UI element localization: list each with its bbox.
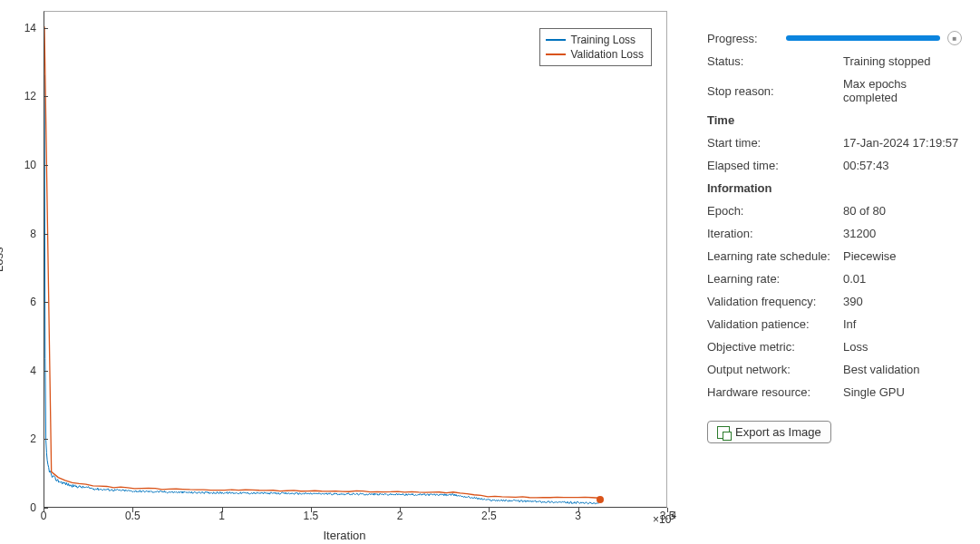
val-pat-row: Validation patience: Inf <box>707 317 962 331</box>
export-icon <box>717 426 730 439</box>
start-time-value: 17-Jan-2024 17:19:57 <box>843 136 962 150</box>
elapsed-label: Elapsed time: <box>707 159 843 172</box>
y-tick-label: 10 <box>0 159 36 171</box>
hw-label: Hardware resource: <box>707 385 843 399</box>
iteration-value: 31200 <box>843 227 962 240</box>
lr-row: Learning rate: 0.01 <box>707 272 962 286</box>
chart-panel: Loss Training Loss Validation Loss Itera… <box>0 0 689 544</box>
legend-item: Training Loss <box>546 33 645 47</box>
x-axis-label: Iteration <box>324 529 366 542</box>
legend-label: Training Loss <box>571 33 636 47</box>
progress-label: Progress: <box>707 32 786 45</box>
elapsed-row: Elapsed time: 00:57:43 <box>707 159 962 172</box>
obj-metric-label: Objective metric: <box>707 340 843 354</box>
status-value: Training stopped <box>843 54 962 68</box>
epoch-label: Epoch: <box>707 204 843 218</box>
legend-swatch <box>546 39 566 41</box>
info-panel: Progress: ■ Status: Training stopped Sto… <box>689 0 980 544</box>
val-pat-value: Inf <box>843 317 962 331</box>
y-tick-label: 0 <box>0 501 36 514</box>
legend-label: Validation Loss <box>571 47 645 62</box>
legend: Training Loss Validation Loss <box>539 28 653 66</box>
lr-label: Learning rate: <box>707 272 843 286</box>
y-tick-label: 12 <box>0 90 36 102</box>
status-row: Status: Training stopped <box>707 54 962 68</box>
val-freq-value: 390 <box>843 295 962 308</box>
stop-reason-value: Max epochs completed <box>843 77 962 104</box>
elapsed-value: 00:57:43 <box>843 159 962 172</box>
export-label: Export as Image <box>735 425 821 439</box>
y-tick-label: 4 <box>0 364 36 377</box>
out-net-label: Output network: <box>707 363 843 376</box>
progress-bar <box>786 35 940 41</box>
legend-item: Validation Loss <box>546 47 645 62</box>
hw-row: Hardware resource: Single GPU <box>707 385 962 399</box>
obj-metric-value: Loss <box>843 340 962 354</box>
start-time-row: Start time: 17-Jan-2024 17:19:57 <box>707 136 962 150</box>
epoch-value: 80 of 80 <box>843 204 962 218</box>
stop-button[interactable]: ■ <box>947 31 962 45</box>
obj-metric-row: Objective metric: Loss <box>707 340 962 354</box>
val-pat-label: Validation patience: <box>707 317 843 331</box>
out-net-row: Output network: Best validation <box>707 363 962 376</box>
final-validation-marker <box>597 496 604 503</box>
progress-wrap: ■ <box>786 31 962 45</box>
stop-reason-label: Stop reason: <box>707 84 843 98</box>
time-header: Time <box>707 113 962 127</box>
y-axis-label: Loss <box>0 248 5 272</box>
series-line <box>44 26 599 498</box>
lr-sched-row: Learning rate schedule: Piecewise <box>707 249 962 263</box>
legend-swatch <box>546 53 566 55</box>
lr-sched-label: Learning rate schedule: <box>707 249 843 263</box>
lr-sched-value: Piecewise <box>843 249 962 263</box>
stop-icon: ■ <box>953 34 957 43</box>
y-tick-label: 2 <box>0 432 36 445</box>
iteration-row: Iteration: 31200 <box>707 227 962 240</box>
progress-row: Progress: ■ <box>707 31 962 45</box>
lr-value: 0.01 <box>843 272 962 286</box>
information-header: Information <box>707 181 962 195</box>
val-freq-label: Validation frequency: <box>707 295 843 308</box>
val-freq-row: Validation frequency: 390 <box>707 295 962 308</box>
chart-lines <box>44 12 666 507</box>
iteration-label: Iteration: <box>707 227 843 240</box>
plot-area: Training Loss Validation Loss <box>44 11 667 508</box>
export-as-image-button[interactable]: Export as Image <box>707 421 831 443</box>
status-label: Status: <box>707 54 843 68</box>
y-tick-label: 8 <box>0 228 36 240</box>
out-net-value: Best validation <box>843 363 962 376</box>
epoch-row: Epoch: 80 of 80 <box>707 204 962 218</box>
stop-reason-row: Stop reason: Max epochs completed <box>707 77 962 104</box>
series-line <box>44 75 599 504</box>
y-tick-label: 14 <box>0 22 36 34</box>
y-tick-label: 6 <box>0 296 36 308</box>
start-time-label: Start time: <box>707 136 843 150</box>
hw-value: Single GPU <box>843 385 962 399</box>
